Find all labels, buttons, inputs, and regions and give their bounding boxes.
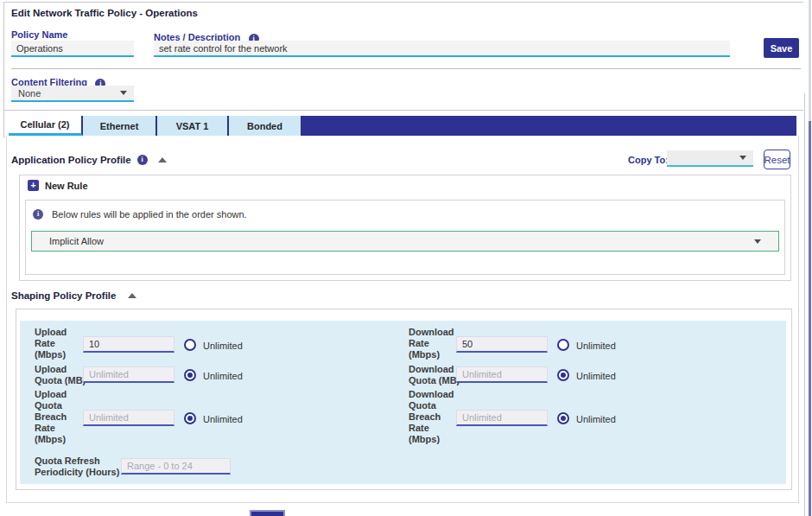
tab-ethernet[interactable]: Ethernet (83, 116, 157, 136)
content-filtering-selected-value: None (18, 88, 41, 99)
chevron-down-icon (754, 239, 761, 244)
card-right-border (798, 136, 799, 503)
application-policy-info-icon[interactable]: i (137, 155, 148, 165)
upload-rate-unlimited-radio[interactable] (184, 339, 196, 351)
page-left-border (3, 2, 4, 138)
bottom-cutoff-button[interactable] (250, 510, 285, 516)
plus-icon: + (28, 180, 39, 191)
copy-to-select[interactable] (667, 150, 753, 167)
upload-rate-unlimited-label: Unlimited (203, 341, 243, 351)
chevron-down-icon (120, 91, 127, 95)
collapse-arrow-icon[interactable] (158, 157, 167, 162)
policy-name-input[interactable] (11, 41, 134, 57)
card-bottom-border (6, 502, 799, 503)
rule-selected-value: Implicit Allow (49, 236, 104, 246)
upload-quota-breach-unlimited-radio[interactable] (184, 412, 196, 424)
upload-quota-breach-input[interactable] (83, 410, 174, 426)
divider-above-tabs (3, 110, 803, 111)
application-policy-heading: Application Policy Profile (11, 155, 131, 165)
card-left-border (6, 136, 7, 503)
content-filtering-select[interactable]: None (11, 86, 134, 102)
download-rate-label: Download Rate (Mbps) (409, 327, 460, 360)
download-rate-unlimited-radio[interactable] (557, 339, 569, 351)
download-quota-breach-unlimited-radio[interactable] (557, 412, 569, 424)
save-button[interactable]: Save (764, 38, 799, 58)
upload-quota-breach-unlimited-label: Unlimited (203, 414, 243, 424)
download-quota-breach-unlimited-label: Unlimited (576, 414, 616, 424)
rule-implicit-allow-select[interactable]: Implicit Allow (31, 231, 779, 252)
quota-refresh-input[interactable] (121, 458, 231, 475)
upload-rate-label: Upload Rate (Mbps) (35, 327, 83, 360)
download-quota-breach-label: Download Quota Breach Rate (Mbps) (409, 389, 460, 445)
upload-quota-input[interactable] (83, 366, 174, 383)
divider-under-header (11, 68, 801, 69)
rules-info-message: Below rules will be applied in the order… (52, 209, 247, 220)
application-policy-heading-row: Application Policy Profile i (11, 155, 167, 165)
rules-info-row: i Below rules will be applied in the ord… (33, 209, 247, 220)
panel-right-border (804, 93, 805, 516)
page-title: Edit Network Traffic Policy - Operations (11, 8, 198, 18)
tab-bonded[interactable]: Bonded (229, 116, 302, 136)
info-icon: i (33, 209, 43, 220)
upload-quota-breach-label: Upload Quota Breach Rate (Mbps) (35, 389, 79, 445)
new-rule-button[interactable]: + New Rule (28, 180, 88, 191)
reset-button[interactable]: Reset (764, 150, 790, 169)
interface-tabbar: Cellular (2) Ethernet VSAT 1 Bonded (9, 116, 796, 136)
copy-to-label: Copy To: (628, 155, 669, 165)
upload-quota-unlimited-radio[interactable] (184, 369, 196, 381)
chevron-down-icon (739, 156, 746, 160)
upload-quota-unlimited-label: Unlimited (203, 371, 243, 381)
download-rate-unlimited-label: Unlimited (576, 341, 616, 351)
download-quota-input[interactable] (456, 366, 548, 383)
upload-rate-input[interactable] (83, 336, 174, 353)
policy-name-label: Policy Name (11, 29, 67, 40)
new-rule-label: New Rule (45, 181, 88, 191)
notes-input[interactable] (154, 41, 730, 57)
tab-vsat1[interactable]: VSAT 1 (157, 116, 229, 136)
quota-refresh-label: Quota Refresh Periodicity (Hours) (35, 455, 124, 478)
tab-cellular[interactable]: Cellular (2) (9, 116, 83, 136)
download-rate-input[interactable] (456, 336, 548, 353)
scrollbar-thumb[interactable] (809, 121, 811, 516)
shaping-policy-heading-row: Shaping Policy Profile (11, 290, 136, 301)
page-top-border (3, 2, 803, 3)
shaping-policy-heading: Shaping Policy Profile (11, 290, 116, 301)
download-quota-unlimited-label: Unlimited (576, 371, 616, 381)
download-quota-unlimited-radio[interactable] (557, 369, 569, 381)
edit-network-traffic-policy-page: Edit Network Traffic Policy - Operations… (0, 0, 812, 516)
collapse-arrow-icon[interactable] (128, 293, 136, 298)
download-quota-breach-input[interactable] (456, 410, 548, 426)
